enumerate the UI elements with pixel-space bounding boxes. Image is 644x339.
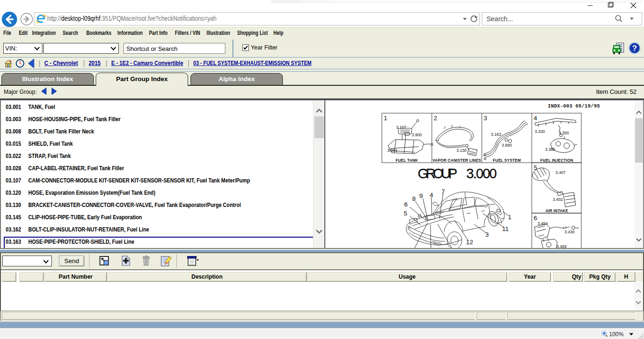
svg-text:6: 6 (404, 201, 408, 208)
svg-text:1: 1 (384, 115, 387, 122)
svg-text:3.407: 3.407 (555, 170, 566, 175)
svg-text:9: 9 (419, 192, 423, 199)
svg-text:3: 3 (484, 115, 487, 122)
svg-text:11: 11 (502, 225, 509, 232)
svg-text:1: 1 (508, 214, 512, 221)
svg-text:5: 5 (404, 210, 407, 217)
svg-text:3.000: 3.000 (466, 166, 497, 181)
svg-text:3.335: 3.335 (545, 147, 555, 152)
svg-text:2: 2 (434, 115, 437, 122)
svg-text:INDX-003 05/19/95: INDX-003 05/19/95 (548, 103, 600, 109)
svg-text:3.430: 3.430 (564, 230, 575, 234)
svg-text:3.402: 3.402 (553, 197, 563, 202)
svg-text:FUEL TANK: FUEL TANK (396, 158, 418, 163)
svg-text:GROUP: GROUP (418, 166, 458, 181)
svg-text:7: 7 (441, 188, 445, 195)
svg-text:FUEL INJECTION: FUEL INJECTION (540, 158, 573, 163)
svg-text:3.163: 3.163 (491, 132, 501, 137)
svg-text:AIR INTAKE: AIR INTAKE (545, 209, 569, 213)
svg-text:3.130: 3.130 (456, 148, 467, 153)
svg-text:3.890: 3.890 (502, 143, 512, 148)
svg-text:4: 4 (534, 115, 537, 122)
svg-text:3: 3 (485, 231, 489, 238)
svg-text:3.900: 3.900 (412, 132, 422, 137)
svg-text:3.330: 3.330 (535, 129, 545, 134)
svg-text:4: 4 (429, 191, 433, 198)
svg-text:VAPOR CANISTER LINES: VAPOR CANISTER LINES (432, 158, 481, 163)
svg-text:?: ? (632, 44, 637, 53)
svg-text:3.454: 3.454 (537, 221, 548, 226)
svg-text:6: 6 (534, 215, 537, 222)
svg-text:8: 8 (412, 195, 416, 202)
svg-text:3.107: 3.107 (396, 125, 406, 130)
svg-text:FUEL SYSTEM: FUEL SYSTEM (493, 158, 520, 163)
svg-text:12: 12 (466, 239, 473, 246)
